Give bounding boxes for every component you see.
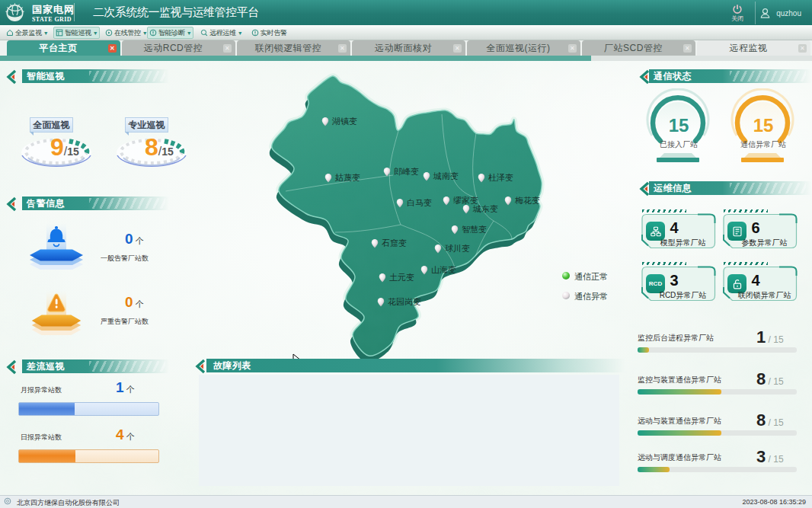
svg-text:城南变: 城南变 <box>433 171 459 181</box>
svg-text:山海变: 山海变 <box>431 265 456 274</box>
svg-text:智慧变: 智慧变 <box>462 225 487 234</box>
svg-text:姑蔑变: 姑蔑变 <box>334 173 360 182</box>
svg-text:通信正常: 通信正常 <box>574 272 608 281</box>
svg-text:球川变: 球川变 <box>445 244 470 253</box>
svg-text:杜泽变: 杜泽变 <box>488 173 513 182</box>
svg-text:石窟变: 石窟变 <box>382 238 407 248</box>
svg-text:城东变: 城东变 <box>472 204 498 213</box>
svg-text:花园岗变: 花园岗变 <box>388 297 421 306</box>
svg-text:土元变: 土元变 <box>389 273 414 282</box>
svg-text:梅花变: 梅花变 <box>514 196 540 205</box>
svg-text:郎峰变: 郎峰变 <box>394 167 419 176</box>
svg-text:白马变: 白马变 <box>407 198 432 207</box>
svg-text:湖镇变: 湖镇变 <box>331 117 357 126</box>
svg-text:通信异常: 通信异常 <box>574 292 608 301</box>
